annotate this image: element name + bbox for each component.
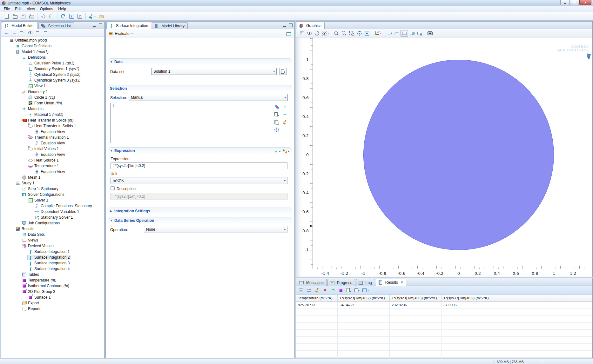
tree-item-form-union-fin[interactable]: Form Union(fin) xyxy=(1,100,104,106)
surface-plot-circle[interactable] xyxy=(363,60,554,250)
tab-surface-integration[interactable]: Surface Integration xyxy=(106,22,151,29)
table-surface-button[interactable] xyxy=(337,287,345,294)
tree-item-definitions[interactable]: Definitions xyxy=(1,55,104,60)
tree-item-global-definitions[interactable]: Global Definitions xyxy=(1,43,104,49)
section-header-data-series-operation[interactable]: ▼ Data Series Operation xyxy=(108,217,292,223)
visibility-button[interactable] xyxy=(306,30,313,37)
paste-selection-button[interactable] xyxy=(273,119,280,126)
show-button[interactable] xyxy=(26,30,34,36)
move-up-button[interactable] xyxy=(34,30,42,36)
tab-selection-list[interactable]: Selection List xyxy=(38,22,74,29)
tree-item-stationary-solver-1[interactable]: Stationary Solver 1 xyxy=(1,215,104,220)
minimize-view-icon[interactable] xyxy=(282,23,287,27)
description-checkbox[interactable] xyxy=(111,186,115,190)
table-empty-row[interactable] xyxy=(296,316,592,323)
tree-item-mesh-1[interactable]: Mesh 1 xyxy=(1,175,104,180)
tree-item-2d-plot-group-3[interactable]: 2D Plot Group 3 xyxy=(1,289,104,295)
replace-expression-button[interactable]: ▾ xyxy=(281,148,290,155)
move-down-button[interactable] xyxy=(42,30,50,36)
tree-item-data-sets[interactable]: Data Sets xyxy=(1,232,104,237)
tree-item-view-1[interactable]: View 1 xyxy=(1,83,104,89)
tree-item-geometry-1[interactable]: Geometry 1 xyxy=(1,89,104,95)
table-empty-row[interactable] xyxy=(296,337,592,344)
table-graph-button[interactable] xyxy=(329,287,337,294)
plot-area[interactable]: 10.80.60.40.20-0.2-0.4-0.6-0.8-1 -1.4-1.… xyxy=(296,37,592,277)
results-table[interactable]: Temperature (m^2*K)T*(sys2.r[1/m]<0.2) (… xyxy=(296,295,592,358)
close-button[interactable]: × xyxy=(579,0,591,5)
copy-selection-button[interactable] xyxy=(273,111,280,118)
tree-item-study-1[interactable]: Study 1 xyxy=(1,180,104,186)
menu-options[interactable]: Options xyxy=(37,6,56,12)
tree-item-boundary-system-1-sys1[interactable]: Boundary System 1(sys1) xyxy=(1,66,104,72)
tree-item-step-1-stationary[interactable]: Step 1: Stationary xyxy=(1,186,104,192)
title-bar[interactable]: Untitled.mph - COMSOL Multiphysics × xyxy=(0,0,593,6)
tree-item-surface-1[interactable]: Surface 1 xyxy=(1,295,104,300)
section-header-selection[interactable]: Selection xyxy=(108,85,292,91)
derived-values-button[interactable] xyxy=(305,287,313,294)
snapshot-button[interactable] xyxy=(426,30,434,37)
tab-graphics[interactable]: Graphics xyxy=(297,22,325,29)
table-columns-button[interactable]: ▾ xyxy=(361,287,370,294)
table-empty-row[interactable] xyxy=(296,323,592,330)
tree-item-material-1-mat1[interactable]: Material 1(mat1) xyxy=(1,112,104,117)
tree-item-equation-view[interactable]: Equation View xyxy=(1,169,104,175)
tree-item-temperature-ht[interactable]: Temperature(ht) xyxy=(1,277,104,283)
tree-item-surface-integration-4[interactable]: Surface Integration 4 xyxy=(1,266,104,272)
tree-item-tables[interactable]: Tables xyxy=(1,272,104,277)
tree-item-surface-integration-3[interactable]: Surface Integration 3 xyxy=(1,260,104,266)
tree-item-export[interactable]: Export xyxy=(1,300,104,306)
delete-button[interactable] xyxy=(321,287,329,294)
section-header-integration-settings[interactable]: ▶ Integration Settings xyxy=(108,208,292,214)
brush-button[interactable]: ▾ xyxy=(88,13,97,20)
selection-cubes-button[interactable] xyxy=(273,103,280,110)
tree-item-solver-configurations[interactable]: Solver Configurations xyxy=(1,192,104,197)
zoom-in-button[interactable] xyxy=(333,30,340,37)
maximize-button[interactable] xyxy=(570,0,579,5)
help-button[interactable] xyxy=(68,13,75,20)
view-options-button[interactable]: ▾ xyxy=(321,30,330,37)
tree-item-heat-transfer-in-solids-1[interactable]: Heat Transfer in Solids 1 xyxy=(1,123,104,129)
new-button[interactable] xyxy=(3,13,10,20)
menu-edit[interactable]: Edit xyxy=(12,6,24,12)
zoom-out-button[interactable] xyxy=(340,30,348,37)
axis-views-button[interactable]: ▾ xyxy=(374,30,382,37)
multi-select-button[interactable] xyxy=(408,30,416,37)
export-table-button[interactable] xyxy=(353,287,361,294)
tree-item-reports[interactable]: Reports xyxy=(1,306,104,312)
undo-button[interactable] xyxy=(39,13,47,20)
tree-item-materials[interactable]: Materials xyxy=(1,106,104,112)
open-button[interactable] xyxy=(11,13,19,20)
broom-button[interactable] xyxy=(313,287,321,294)
tree-item-initial-values-1[interactable]: Initial Values 1 xyxy=(1,146,104,152)
tree-item-solver-1[interactable]: Solver 1 xyxy=(1,197,104,203)
maximize-view-icon[interactable] xyxy=(288,23,293,27)
selection-mode-select[interactable]: Manual xyxy=(129,94,288,101)
tab-progress[interactable]: Progress xyxy=(327,279,355,286)
table-empty-row[interactable] xyxy=(296,309,592,316)
tree-item-isothermal-contours-ht[interactable]: Isothermal Contours(ht) xyxy=(1,283,104,289)
deselect-button[interactable] xyxy=(393,30,401,37)
tab-results[interactable]: Results× xyxy=(376,279,406,286)
update-solution-button[interactable] xyxy=(59,13,67,20)
tree-item-equation-view[interactable]: Equation View xyxy=(1,129,104,135)
clear-selection-button[interactable] xyxy=(281,119,289,126)
tree-item-equation-view[interactable]: Equation View xyxy=(1,140,104,146)
remove-selection-button[interactable] xyxy=(281,111,289,118)
tab-model-builder[interactable]: Model Builder xyxy=(2,22,38,29)
copy-table-button[interactable] xyxy=(345,287,353,294)
tree-item-heat-source-1[interactable]: Heat Source 1 xyxy=(1,157,104,163)
tree-item-surface-integration-2[interactable]: Surface Integration 2 xyxy=(1,255,104,260)
context-help-button[interactable] xyxy=(76,13,84,20)
tree-item-results[interactable]: Results xyxy=(1,226,104,232)
tree-item-gaussian-pulse-1-gp1[interactable]: Gaussian Pulse 1(gp1) xyxy=(1,60,104,66)
select-button[interactable] xyxy=(401,30,408,37)
add-selection-button[interactable] xyxy=(281,103,289,110)
close-tab-icon[interactable]: × xyxy=(401,281,403,284)
table-row[interactable]: 925.2071334.34771232.923637.0005 xyxy=(296,302,592,309)
tree-item-dependent-variables-1[interactable]: Dependent Variables 1 xyxy=(1,209,104,215)
tree-item-equation-view[interactable]: Equation View xyxy=(1,152,104,157)
zoom-extents-button[interactable] xyxy=(355,30,363,37)
tab-log[interactable]: Log xyxy=(356,279,375,286)
tree-item-circle-1-c1[interactable]: Circle 1(c1) xyxy=(1,95,104,100)
zoom-full-button[interactable] xyxy=(363,30,371,37)
